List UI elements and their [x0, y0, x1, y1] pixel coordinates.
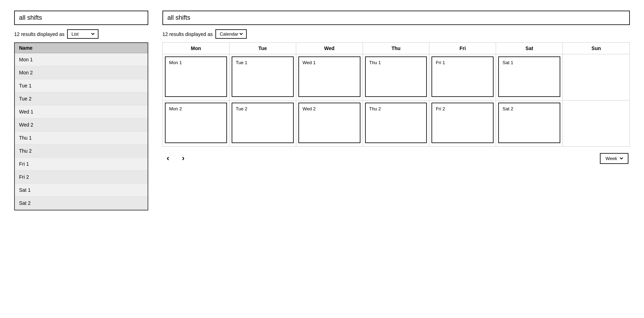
list-item[interactable]: Wed 2	[15, 118, 148, 132]
shift-card[interactable]: Wed 1	[298, 56, 360, 97]
calendar-container: MonTueWedThuFriSatSun Mon 1Tue 1Wed 1Thu…	[162, 42, 630, 147]
list-item[interactable]: Fri 2	[15, 171, 148, 184]
left-results-text: 12 results displayed as	[14, 31, 64, 37]
calendar-cell: Fri 1	[429, 54, 496, 100]
calendar-cell: Sat 1	[496, 54, 563, 100]
shift-card[interactable]: Sat 2	[498, 103, 560, 143]
left-search-input[interactable]	[14, 11, 148, 25]
right-results-bar: 12 results displayed as List Calendar	[162, 29, 630, 39]
calendar-cell	[563, 100, 630, 146]
calendar-cell: Thu 2	[363, 100, 430, 146]
shift-card[interactable]: Sat 1	[498, 56, 560, 97]
calendar-day-header: Wed	[296, 43, 363, 54]
list-item[interactable]: Fri 1	[15, 158, 148, 171]
calendar-row: Mon 2Tue 2Wed 2Thu 2Fri 2Sat 2	[163, 100, 630, 146]
calendar-cell: Mon 2	[163, 100, 229, 146]
calendar-cell: Wed 2	[296, 100, 363, 146]
calendar-cell: Tue 1	[229, 54, 296, 100]
shift-card[interactable]: Fri 2	[431, 103, 494, 143]
right-display-select[interactable]: List Calendar	[215, 29, 247, 39]
calendar-nav: ‹ › Week Month Day	[162, 152, 630, 164]
calendar-day-header: Tue	[229, 43, 296, 54]
list-column-header: Name	[15, 43, 148, 53]
left-display-select[interactable]: List Calendar	[67, 29, 99, 39]
list-item[interactable]: Mon 2	[15, 66, 148, 79]
right-display-dropdown[interactable]: List Calendar	[218, 31, 244, 37]
list-item[interactable]: Wed 1	[15, 105, 148, 118]
list-item[interactable]: Tue 2	[15, 92, 148, 105]
calendar-cell: Sat 2	[496, 100, 563, 146]
shift-card[interactable]: Fri 1	[431, 56, 494, 97]
list-item[interactable]: Mon 1	[15, 53, 148, 66]
calendar-cell: Thu 1	[363, 54, 430, 100]
right-results-text: 12 results displayed as	[162, 31, 213, 37]
list-item[interactable]: Sat 2	[15, 197, 148, 210]
calendar-day-header: Fri	[429, 43, 496, 54]
calendar-cell: Fri 2	[429, 100, 496, 146]
calendar-row: Mon 1Tue 1Wed 1Thu 1Fri 1Sat 1	[163, 54, 630, 100]
left-display-dropdown[interactable]: List Calendar	[70, 31, 96, 37]
calendar-day-header: Sat	[496, 43, 563, 54]
calendar-cell: Mon 1	[163, 54, 229, 100]
list-container: Name Mon 1Mon 2Tue 1Tue 2Wed 1Wed 2Thu 1…	[14, 42, 148, 210]
shift-card[interactable]: Wed 2	[298, 103, 360, 143]
calendar-cell	[563, 54, 630, 100]
shift-card[interactable]: Thu 2	[365, 103, 427, 143]
calendar-header-row: MonTueWedThuFriSatSun	[163, 43, 630, 54]
list-item[interactable]: Sat 1	[15, 184, 148, 197]
left-panel: 12 results displayed as List Calendar Na…	[14, 11, 148, 210]
calendar-cell: Wed 1	[296, 54, 363, 100]
prev-button[interactable]: ‹	[164, 152, 172, 164]
week-select-wrapper: Week Month Day	[600, 153, 628, 164]
calendar-day-header: Sun	[563, 43, 630, 54]
right-panel: 12 results displayed as List Calendar Mo…	[162, 11, 630, 210]
week-select[interactable]: Week Month Day	[600, 153, 628, 164]
list-item[interactable]: Thu 1	[15, 132, 148, 145]
calendar-cell: Tue 2	[229, 100, 296, 146]
list-item[interactable]: Tue 1	[15, 79, 148, 92]
next-button[interactable]: ›	[179, 152, 187, 164]
calendar-day-header: Thu	[363, 43, 430, 54]
shift-card[interactable]: Tue 2	[232, 103, 294, 143]
shift-card[interactable]: Mon 1	[165, 56, 227, 97]
shift-card[interactable]: Mon 2	[165, 103, 227, 143]
right-search-input[interactable]	[162, 11, 630, 25]
left-results-bar: 12 results displayed as List Calendar	[14, 29, 148, 39]
list-item[interactable]: Thu 2	[15, 145, 148, 158]
week-dropdown[interactable]: Week Month Day	[604, 155, 624, 161]
shift-card[interactable]: Thu 1	[365, 56, 427, 97]
calendar-day-header: Mon	[163, 43, 229, 54]
shift-card[interactable]: Tue 1	[232, 56, 294, 97]
